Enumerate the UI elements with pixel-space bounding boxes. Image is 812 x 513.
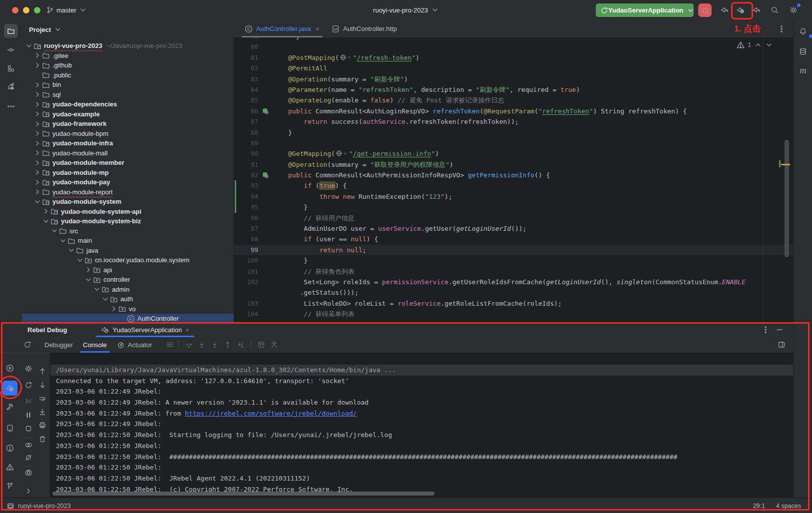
- run-configuration-button[interactable]: YudaoServerApplication: [596, 3, 694, 17]
- chevron-down-icon[interactable]: [25, 42, 33, 50]
- tree-item-sql[interactable]: sql: [22, 90, 234, 100]
- chevron-right-icon[interactable]: [33, 100, 41, 108]
- down-stack-trace-icon[interactable]: [37, 380, 47, 390]
- caret-position[interactable]: 29:1: [753, 503, 765, 510]
- rerun-debug-icon[interactable]: [22, 340, 32, 350]
- tree-item--gitee[interactable]: .gitee: [22, 51, 234, 61]
- jrebel-run-icon[interactable]: [719, 4, 730, 15]
- more-actions-chevron-icon[interactable]: [23, 486, 33, 496]
- next-problem-icon[interactable]: [765, 41, 773, 49]
- code-line-wrap[interactable]: .getStatus()));: [234, 287, 793, 298]
- tree-item-bin[interactable]: bin: [22, 80, 234, 90]
- tree-item-admin[interactable]: admin: [22, 285, 234, 295]
- editor-options-kebab-icon[interactable]: [777, 24, 786, 33]
- git-branch-widget[interactable]: master: [43, 4, 90, 16]
- tab-console[interactable]: Console: [78, 337, 112, 353]
- warnings-tool-button[interactable]: [5, 462, 15, 472]
- line-number[interactable]: 101: [234, 266, 258, 277]
- tree-item--github[interactable]: .github: [22, 60, 234, 70]
- terminal-tool-button[interactable]: [5, 423, 15, 433]
- project-panel-header[interactable]: Project: [22, 20, 234, 33]
- code-line-91[interactable]: 91@Operation(summary = "获取登录用户的权限信息"): [234, 159, 793, 170]
- tab-authcontroller-http[interactable]: API AuthController.http: [326, 20, 403, 37]
- code-line-90[interactable]: 90@GetMapping("/get-permission-info"): [234, 148, 793, 159]
- code-line-93[interactable]: 93 if (true) {: [234, 180, 793, 191]
- line-number[interactable]: 97: [234, 223, 258, 234]
- line-number[interactable]: 80: [234, 41, 258, 52]
- jrebel-debug-icon[interactable]: [735, 4, 746, 15]
- line-number[interactable]: 100: [234, 255, 258, 266]
- structure-tool-button[interactable]: [4, 61, 18, 75]
- chevron-right-icon[interactable]: [33, 139, 41, 147]
- code-line-103[interactable]: 103 List<RoleDO> roleList = roleService.…: [234, 298, 793, 309]
- run-tool-button[interactable]: [5, 363, 15, 373]
- tree-item-main[interactable]: main: [22, 236, 234, 246]
- chevron-right-icon[interactable]: [33, 120, 41, 128]
- git-tool-button[interactable]: [5, 481, 15, 491]
- code-line-87[interactable]: 87 return success(authService.refreshTok…: [234, 116, 793, 127]
- debug-session-tab[interactable]: YudaoServerApplication ×: [96, 323, 194, 337]
- line-number[interactable]: 83: [234, 74, 258, 84]
- tree-item-yudao-module-bpm[interactable]: yudao-module-bpm: [22, 129, 234, 139]
- tree-item-yudao-module-mp[interactable]: yudao-module-mp: [22, 168, 234, 178]
- tree-item-controller[interactable]: controller: [22, 275, 234, 285]
- prev-problem-icon[interactable]: [754, 41, 762, 49]
- chevron-down-icon[interactable]: [101, 295, 109, 303]
- console-link[interactable]: https://jrebel.com/software/jrebel/downl…: [185, 410, 357, 417]
- tree-item-yudao-framework[interactable]: yudao-framework: [22, 119, 234, 129]
- chevron-right-icon[interactable]: [33, 61, 41, 69]
- maximize-window-button[interactable]: [34, 7, 40, 13]
- chevron-right-icon[interactable]: [110, 305, 118, 313]
- code-line-101[interactable]: 101 // 获得角色列表: [234, 266, 793, 277]
- line-number[interactable]: 102: [234, 277, 258, 287]
- chevron-right-icon[interactable]: [33, 110, 41, 118]
- chevron-right-icon[interactable]: [42, 207, 50, 215]
- more-tools-button[interactable]: [4, 99, 18, 113]
- tree-item-authcontroller[interactable]: CAuthController: [22, 314, 234, 322]
- code-line-79[interactable]: 79 }: [234, 37, 793, 41]
- tree-item-ruoyi-vue-pro-2023[interactable]: ruoyi-vue-pro-2023~/Java/ruoyi-vue-pro-2…: [22, 41, 234, 51]
- view-breakpoints-icon[interactable]: [23, 440, 33, 450]
- chevron-right-icon[interactable]: [33, 149, 41, 157]
- line-number[interactable]: 95: [234, 202, 258, 212]
- tree-item-yudao-example[interactable]: yudao-example: [22, 109, 234, 119]
- line-number[interactable]: 84: [234, 84, 258, 95]
- line-number[interactable]: 94: [234, 191, 258, 202]
- line-number[interactable]: 88: [234, 127, 258, 138]
- tree-item-api[interactable]: api: [22, 265, 234, 275]
- line-number[interactable]: 85: [234, 95, 258, 105]
- debug-options-kebab-icon[interactable]: [761, 325, 770, 334]
- line-number[interactable]: 104: [234, 309, 258, 319]
- code-line-98[interactable]: 98 if (user == null) {: [234, 234, 793, 244]
- code-viewport[interactable]: 79 }8081@PostMapping("/refresh-token")82…: [234, 37, 793, 322]
- tree-item-vo[interactable]: vo: [22, 304, 234, 314]
- jrebel-endpoint-gutter-icon[interactable]: [262, 107, 269, 115]
- scroll-to-end-icon[interactable]: [37, 407, 47, 417]
- chevron-right-icon[interactable]: [33, 178, 41, 186]
- chevron-down-icon[interactable]: [42, 217, 50, 225]
- http-client-globe-icon[interactable]: [340, 54, 352, 61]
- tree-item-yudao-module-infra[interactable]: yudao-module-infra: [22, 138, 234, 148]
- close-session-icon[interactable]: ×: [185, 326, 189, 334]
- mute-breakpoints-icon[interactable]: [23, 453, 33, 463]
- chevron-right-icon[interactable]: [33, 159, 41, 167]
- tree-item--public[interactable]: .public: [22, 70, 234, 80]
- restore-layout-icon[interactable]: [777, 340, 786, 349]
- debug-settings-icon[interactable]: [23, 364, 33, 374]
- thread-dump-camera-icon[interactable]: [23, 468, 33, 478]
- code-line-102[interactable]: 102 Set<Long> roleIds = permissionServic…: [234, 277, 793, 287]
- code-line-81[interactable]: 81@PostMapping("/refresh-token"): [234, 52, 793, 63]
- tree-item-yudao-module-mall[interactable]: yudao-module-mall: [22, 148, 234, 158]
- line-number[interactable]: 87: [234, 116, 258, 127]
- problems-tool-button[interactable]: [5, 443, 15, 453]
- code-line-82[interactable]: 82@PermitAll: [234, 63, 793, 73]
- editor-scrollbar[interactable]: [785, 140, 789, 257]
- code-line-92[interactable]: 92public CommonResult<AuthPermissionInfo…: [234, 170, 793, 180]
- rerun-icon[interactable]: [23, 380, 33, 390]
- chevron-down-icon[interactable]: [33, 198, 41, 206]
- tree-item-yudao-module-system-api[interactable]: yudao-module-system-api: [22, 207, 234, 217]
- tree-item-yudao-module-system[interactable]: yudao-module-system: [22, 197, 234, 207]
- console-horizontal-scrollbar[interactable]: [52, 492, 434, 496]
- commit-tool-button[interactable]: [4, 43, 18, 57]
- chevron-down-icon[interactable]: [50, 227, 58, 235]
